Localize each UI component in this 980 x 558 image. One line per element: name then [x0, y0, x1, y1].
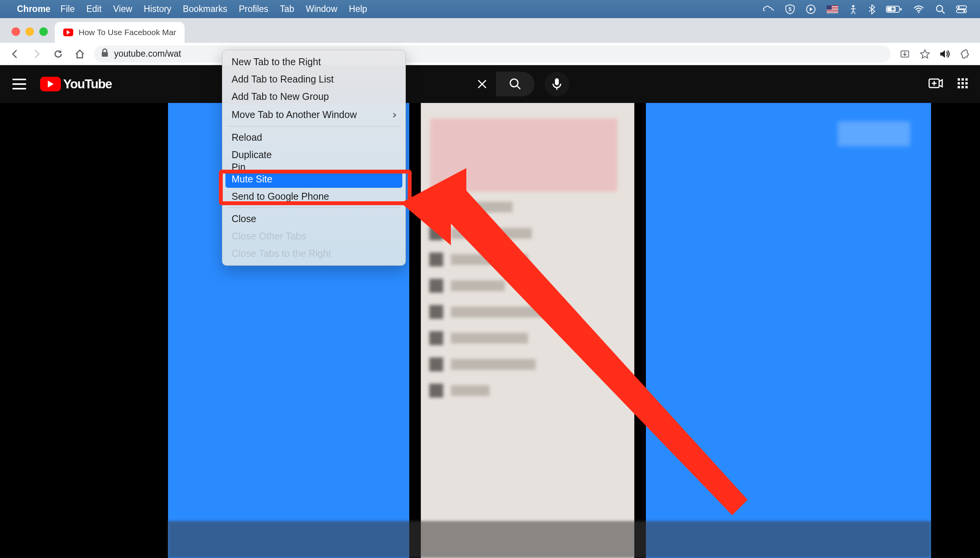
tab-context-menu: New Tab to the Right Add Tab to Reading …	[222, 50, 406, 266]
status-us-flag-icon[interactable]	[827, 5, 838, 13]
menu-history[interactable]: History	[144, 4, 171, 14]
youtube-favicon-icon	[63, 29, 73, 36]
svg-point-19	[958, 6, 960, 8]
menu-window[interactable]: Window	[306, 4, 337, 14]
menu-file[interactable]: File	[61, 4, 75, 14]
video-blur-overlay	[430, 118, 617, 192]
svg-rect-38	[965, 82, 968, 84]
apps-grid-button[interactable]	[957, 78, 968, 91]
svg-rect-8	[827, 12, 838, 13]
status-spotlight-icon[interactable]	[935, 4, 945, 14]
svg-rect-23	[102, 52, 108, 57]
svg-rect-9	[827, 5, 832, 10]
youtube-logo[interactable]: YouTube	[40, 77, 112, 91]
svg-rect-40	[962, 86, 964, 88]
status-cloud-icon[interactable]	[763, 5, 774, 13]
svg-line-28	[517, 86, 520, 89]
video-bottom-band	[168, 521, 931, 558]
ctx-separator	[227, 207, 401, 208]
ctx-add-new-group[interactable]: Add Tab to New Group	[222, 88, 405, 105]
window-zoom-button[interactable]	[39, 27, 48, 36]
window-controls	[5, 27, 55, 43]
page-content: YouTube	[0, 65, 980, 558]
ctx-close-other: Close Other Tabs	[222, 228, 405, 245]
ctx-add-reading-list[interactable]: Add Tab to Reading List	[222, 71, 405, 88]
omnibox-url: youtube.com/wat	[114, 49, 181, 59]
ctx-send-to-phone[interactable]: Send to Google Phone	[222, 188, 405, 205]
install-pwa-button[interactable]	[898, 47, 912, 61]
home-button[interactable]	[72, 47, 87, 61]
menu-bookmarks[interactable]: Bookmarks	[183, 4, 227, 14]
active-app-name[interactable]: Chrome	[17, 4, 50, 14]
status-figure-icon[interactable]	[849, 4, 857, 14]
extensions-button[interactable]	[958, 47, 972, 61]
window-close-button[interactable]	[12, 27, 20, 36]
omnibox[interactable]: youtube.com/wat	[94, 46, 891, 62]
menu-help[interactable]: Help	[349, 4, 367, 14]
chrome-window: How To Use Facebook Mar youtube.com/wat	[0, 18, 980, 558]
window-minimize-button[interactable]	[25, 27, 34, 36]
lock-icon	[101, 48, 109, 60]
menu-view[interactable]: View	[113, 4, 132, 14]
video-letterbox-left	[0, 103, 168, 558]
toolbar-actions	[898, 47, 972, 61]
ctx-reload[interactable]: Reload	[222, 129, 405, 146]
ctx-close[interactable]: Close	[222, 210, 405, 228]
browser-tab[interactable]: How To Use Facebook Mar	[55, 22, 185, 43]
youtube-header: YouTube	[0, 65, 980, 103]
status-control-center-icon[interactable]	[956, 5, 967, 13]
svg-rect-36	[958, 82, 960, 84]
svg-point-27	[510, 79, 518, 87]
forward-button[interactable]	[29, 47, 44, 61]
ctx-duplicate[interactable]: Duplicate	[222, 146, 405, 164]
svg-rect-34	[962, 78, 964, 81]
status-wifi-icon[interactable]	[913, 5, 925, 13]
status-play-icon[interactable]	[806, 4, 816, 14]
menu-profiles[interactable]: Profiles	[239, 4, 269, 14]
search-clear-button[interactable]	[471, 72, 494, 96]
svg-rect-41	[965, 86, 968, 88]
search-submit-button[interactable]	[496, 72, 535, 96]
video-corner-overlay	[838, 121, 910, 146]
create-button[interactable]	[928, 78, 943, 91]
youtube-search	[471, 72, 569, 96]
svg-point-10	[852, 5, 854, 7]
video-letterbox-right	[931, 103, 980, 558]
status-bluetooth-icon[interactable]	[868, 4, 875, 15]
svg-rect-37	[962, 82, 964, 84]
status-shield-5-icon[interactable]: 5	[785, 4, 795, 15]
svg-rect-33	[958, 78, 960, 81]
bookmark-star-button[interactable]	[918, 47, 932, 61]
svg-marker-2	[810, 7, 813, 11]
ctx-mute-site[interactable]: Mute Site	[225, 170, 402, 188]
ctx-pin[interactable]: Pin	[222, 164, 405, 170]
ctx-new-tab-right[interactable]: New Tab to the Right	[222, 53, 405, 71]
ctx-move-tab[interactable]: Move Tab to Another Window	[222, 105, 405, 124]
youtube-logo-text: YouTube	[63, 77, 112, 91]
guide-menu-button[interactable]	[12, 76, 27, 92]
menu-tab[interactable]: Tab	[280, 4, 294, 14]
voice-search-button[interactable]	[545, 72, 569, 96]
macos-menubar: Chrome File Edit View History Bookmarks …	[0, 0, 980, 18]
svg-rect-35	[965, 78, 968, 81]
reload-button[interactable]	[51, 47, 66, 61]
back-button[interactable]	[8, 47, 22, 61]
youtube-logo-icon	[40, 77, 61, 91]
menu-edit[interactable]: Edit	[86, 4, 102, 14]
svg-rect-29	[555, 78, 559, 85]
tab-audio-button[interactable]	[938, 47, 952, 61]
status-battery-icon[interactable]	[886, 5, 902, 13]
tab-title: How To Use Facebook Mar	[79, 28, 176, 37]
svg-point-15	[918, 12, 919, 13]
ctx-separator	[227, 126, 401, 126]
svg-rect-39	[958, 86, 960, 88]
svg-line-17	[942, 11, 945, 13]
svg-rect-13	[900, 8, 902, 10]
svg-rect-7	[827, 11, 838, 12]
svg-point-16	[936, 5, 943, 12]
browser-toolbar: youtube.com/wat	[0, 43, 980, 65]
video-blur-list	[429, 200, 618, 410]
svg-point-21	[963, 10, 965, 12]
ctx-close-right: Close Tabs to the Right	[222, 245, 405, 262]
tab-strip: How To Use Facebook Mar	[0, 18, 980, 43]
